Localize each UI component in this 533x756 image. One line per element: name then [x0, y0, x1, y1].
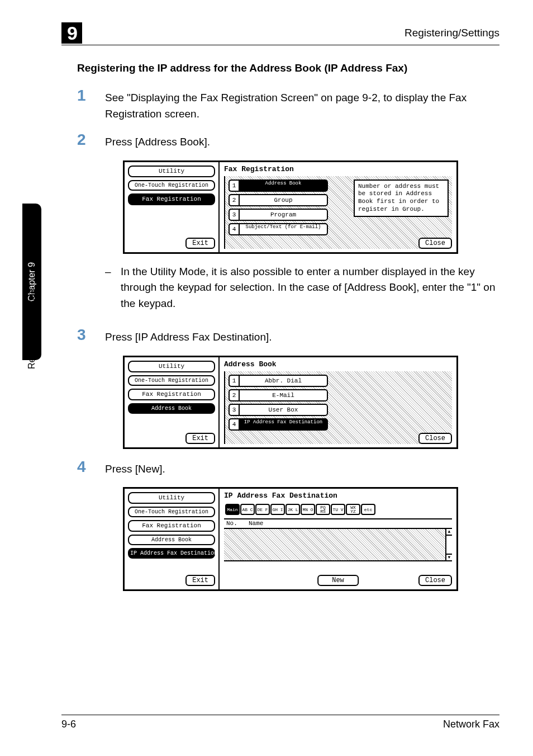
step-2: 2 Press [Address Book]. — [77, 132, 499, 150]
row3-num: 3 — [229, 404, 239, 416]
scroll-down-icon[interactable]: ▼ — [446, 554, 452, 560]
screen1-title: Fax Registration — [224, 166, 452, 173]
screen3-right: IP Address Fax Destination Main AB C DE … — [220, 489, 456, 589]
program-button[interactable]: Program — [239, 209, 328, 221]
ip-fax-dest-button[interactable]: IP Address Fax Destination — [239, 418, 328, 431]
step-1-num: 1 — [77, 88, 105, 122]
table-body: ▲ ▼ — [224, 529, 452, 561]
scrollbar[interactable]: ▲ ▼ — [445, 529, 452, 560]
abbr-dial-button[interactable]: Abbr. Dial — [239, 375, 328, 387]
scroll-up-icon[interactable]: ▲ — [446, 529, 452, 536]
info-box: Number or address must be stored in Addr… — [354, 179, 449, 217]
nav-onetouch[interactable]: One-Touch Registration — [128, 375, 215, 386]
row4-num: 4 — [229, 418, 239, 431]
screen3-title: IP Address Fax Destination — [224, 492, 452, 499]
row2-num: 2 — [229, 194, 239, 206]
step-4-num: 4 — [77, 459, 105, 478]
row-ip-fax-dest: 4 IP Address Fax Destination — [229, 418, 449, 431]
nav-address-book[interactable]: Address Book — [128, 403, 215, 414]
address-book-button[interactable]: Address Book — [239, 179, 328, 192]
section-title: Registering the IP address for the Addre… — [77, 62, 499, 74]
nav-onetouch[interactable]: One-Touch Registration — [128, 507, 215, 517]
doc-title: Network Fax — [443, 719, 499, 730]
side-section-label: Registering/Settings — [27, 289, 37, 369]
tab-ghi[interactable]: GH I — [270, 504, 285, 515]
tab-abc[interactable]: AB C — [240, 504, 255, 515]
tab-def[interactable]: DE F — [255, 504, 270, 515]
step-3: 3 Press [IP Address Fax Destination]. — [77, 327, 499, 346]
screen1-body: 1 Address Book 2 Group 3 Program 4 Subje… — [224, 176, 452, 249]
tab-main[interactable]: Main — [225, 504, 240, 515]
row1-num: 1 — [229, 179, 239, 192]
email-button[interactable]: E-Mail — [239, 389, 328, 401]
row-abbr-dial: 1 Abbr. Dial — [229, 375, 449, 387]
nav-ip-fax-dest[interactable]: IP Address Fax Destination — [128, 548, 215, 559]
chapter-number: 9 — [61, 22, 82, 44]
exit-button[interactable]: Exit — [185, 238, 215, 249]
step2-note: – In the Utility Mode, it is also possib… — [105, 264, 499, 312]
row2-num: 2 — [229, 389, 239, 401]
nav-utility[interactable]: Utility — [128, 166, 215, 177]
screen2-title: Address Book — [224, 361, 452, 368]
step-2-text: Press [Address Book]. — [105, 132, 210, 150]
nav-utility[interactable]: Utility — [128, 361, 215, 372]
nav-faxreg[interactable]: Fax Registration — [128, 389, 215, 400]
row-subject-text: 4 Subject/Text (for E-mail) — [229, 223, 449, 235]
screen2-body: 1 Abbr. Dial 2 E-Mail 3 User Box 4 IP Ad… — [224, 371, 452, 444]
tab-pqrs[interactable]: PQ RS — [316, 504, 330, 515]
user-box-button[interactable]: User Box — [239, 404, 328, 416]
subject-text-button[interactable]: Subject/Text (for E-mail) — [239, 223, 328, 235]
page-footer: 9-6 Network Fax — [61, 715, 499, 730]
row-email: 2 E-Mail — [229, 389, 449, 401]
header-title: Registering/Settings — [404, 27, 499, 39]
tab-jkl[interactable]: JK L — [285, 504, 300, 515]
exit-button[interactable]: Exit — [185, 575, 215, 586]
step-2-num: 2 — [77, 132, 105, 150]
step-1-text: See "Displaying the Fax Registration Scr… — [105, 88, 499, 122]
close-button[interactable]: Close — [418, 238, 452, 249]
screen2-right: Address Book 1 Abbr. Dial 2 E-Mail 3 Use… — [220, 357, 456, 447]
row-user-box: 3 User Box — [229, 404, 449, 416]
alpha-tabs: Main AB C DE F GH I JK L MN O PQ RS TU V… — [224, 503, 452, 516]
step-3-num: 3 — [77, 327, 105, 346]
nav-faxreg[interactable]: Fax Registration — [128, 520, 215, 532]
step-4: 4 Press [New]. — [77, 459, 499, 478]
screen-address-book: Utility One-Touch Registration Fax Regis… — [123, 356, 458, 449]
close-button[interactable]: Close — [418, 575, 452, 586]
tab-etc[interactable]: etc — [361, 504, 375, 515]
screen3-left: Utility One-Touch Registration Fax Regis… — [125, 489, 220, 589]
group-button[interactable]: Group — [239, 194, 328, 206]
screen1-left: Utility One-Touch Registration Fax Regis… — [125, 162, 220, 252]
step-1: 1 See "Displaying the Fax Registration S… — [77, 88, 499, 122]
screen2-left: Utility One-Touch Registration Fax Regis… — [125, 357, 220, 447]
nav-faxreg[interactable]: Fax Registration — [128, 193, 215, 205]
nav-onetouch[interactable]: One-Touch Registration — [128, 180, 215, 191]
exit-button[interactable]: Exit — [185, 433, 215, 444]
tab-wxyz[interactable]: WX YZ — [346, 504, 360, 515]
screen1-right: Fax Registration 1 Address Book 2 Group … — [220, 162, 456, 252]
screen-fax-registration: Utility One-Touch Registration Fax Regis… — [123, 160, 458, 254]
tab-mno[interactable]: MN O — [301, 504, 315, 515]
row4-num: 4 — [229, 223, 239, 235]
table-header: No. Name — [224, 518, 452, 529]
row1-num: 1 — [229, 375, 239, 387]
step-3-text: Press [IP Address Fax Destination]. — [105, 327, 272, 346]
step-4-text: Press [New]. — [105, 459, 165, 478]
new-button[interactable]: New — [317, 575, 359, 586]
col-name: Name — [249, 521, 263, 527]
col-no: No. — [226, 521, 249, 527]
close-button[interactable]: Close — [418, 433, 452, 444]
page-number: 9-6 — [61, 719, 76, 730]
note-text: In the Utility Mode, it is also possible… — [121, 264, 499, 312]
screen-ip-fax-destination: Utility One-Touch Registration Fax Regis… — [123, 487, 458, 591]
nav-address-book[interactable]: Address Book — [128, 535, 215, 545]
row3-num: 3 — [229, 209, 239, 221]
note-dash: – — [105, 264, 121, 312]
tab-tuv[interactable]: TU V — [331, 504, 345, 515]
page-header: 9 Registering/Settings — [61, 22, 499, 45]
nav-utility[interactable]: Utility — [128, 492, 215, 504]
